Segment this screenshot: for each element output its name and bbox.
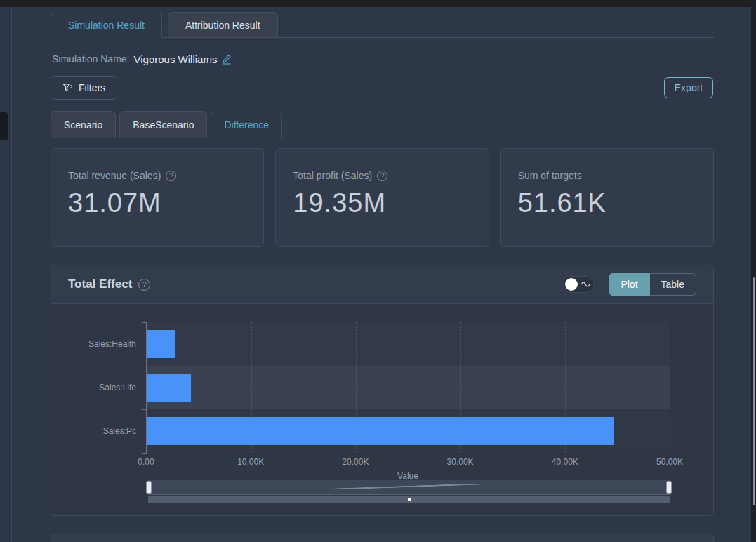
simulation-dashboard: { "colors": { "page_bg": "#2d3748", "acc… — [0, 0, 756, 542]
tab-label: Scenario — [64, 119, 102, 131]
export-button-label: Export — [675, 82, 703, 93]
toggle-knob[interactable] — [565, 278, 578, 291]
y-axis-category-label: Sales:Life — [52, 366, 136, 409]
stat-value: 19.35M — [293, 188, 471, 218]
simulation-name-value: Vigorous Williams — [134, 53, 218, 65]
chart-y-axis-labels: Sales:HealthSales:LifeSales:Pc — [51, 322, 141, 453]
datazoom-right-handle[interactable] — [666, 481, 672, 494]
help-icon[interactable]: ? — [166, 171, 176, 181]
x-axis-tick-label: 10.00K — [237, 457, 264, 467]
next-section-card — [51, 534, 714, 542]
chart-x-axis-labels: 0.0010.00K20.00K30.00K40.00K50.00K — [146, 457, 670, 467]
tab-scenario[interactable]: Scenario — [51, 111, 116, 138]
stat-label: Total profit (Sales) — [293, 170, 372, 181]
chart-mode-toggle[interactable] — [562, 276, 595, 293]
stat-card-total-profit: Total profit (Sales) ? 19.35M — [275, 148, 489, 247]
x-axis-tick-label: 0.00 — [138, 457, 154, 467]
tab-label: BaseScenario — [133, 119, 194, 131]
chart-bar[interactable] — [147, 330, 175, 358]
sidebar-divider — [11, 7, 12, 542]
datazoom-slider[interactable] — [148, 480, 670, 503]
help-icon[interactable]: ? — [377, 171, 387, 181]
chart-bar[interactable] — [147, 417, 614, 445]
tab-attribution-result[interactable]: Attribution Result — [168, 12, 278, 37]
stat-value: 31.07M — [68, 188, 246, 218]
stat-card-sum-of-targets: Sum of targets 51.61K — [500, 148, 714, 247]
simulation-name-label: Simulation Name: — [52, 53, 130, 65]
view-label: Table — [661, 279, 684, 290]
chart-bar[interactable] — [147, 374, 191, 402]
datazoom-selected-range[interactable] — [148, 480, 670, 495]
wave-icon — [581, 279, 590, 292]
datazoom-data-shadow — [150, 484, 665, 489]
datazoom-left-handle[interactable] — [146, 481, 152, 494]
scenario-tabs: Scenario BaseScenario Difference — [51, 111, 714, 138]
stat-cards: Total revenue (Sales) ? 31.07M Total pro… — [51, 148, 714, 247]
y-axis-tick — [142, 366, 147, 366]
export-button[interactable]: Export — [664, 77, 713, 98]
total-effect-header: Total Effect ? Plot Table — [51, 265, 713, 303]
y-axis-category-label: Sales:Health — [52, 322, 136, 366]
x-axis-tick-label: 30.00K — [447, 457, 474, 467]
top-window-bar — [0, 0, 751, 7]
datazoom-move-bar[interactable] — [148, 496, 670, 503]
tab-label: Simulation Result — [68, 20, 145, 31]
edit-pencil-icon[interactable] — [221, 54, 232, 65]
tab-label: Attribution Result — [185, 20, 260, 31]
y-axis-tick — [142, 322, 147, 323]
filter-icon — [62, 83, 73, 93]
total-effect-title: Total Effect — [68, 277, 132, 291]
view-table-button[interactable]: Table — [650, 273, 696, 296]
filters-button-label: Filters — [79, 82, 105, 93]
total-effect-card: Total Effect ? Plot Table — [51, 265, 714, 516]
chart-band — [147, 366, 670, 409]
tab-difference[interactable]: Difference — [211, 112, 282, 138]
view-plot-button[interactable]: Plot — [609, 273, 649, 296]
tab-basescenario[interactable]: BaseScenario — [119, 111, 207, 138]
stat-label: Sum of targets — [518, 170, 582, 181]
total-effect-chart: Sales:HealthSales:LifeSales:Pc 0.0010.00… — [51, 303, 713, 516]
stat-card-total-revenue: Total revenue (Sales) ? 31.07M — [51, 148, 264, 247]
x-axis-tick-label: 40.00K — [552, 457, 578, 467]
plot-area[interactable] — [146, 322, 670, 453]
view-switch: Plot Table — [609, 273, 696, 296]
stat-value: 51.61K — [518, 188, 696, 218]
y-axis-tick — [142, 453, 147, 454]
y-axis-tick — [142, 409, 147, 410]
help-icon[interactable]: ? — [138, 279, 150, 291]
y-axis-category-label: Sales:Pc — [52, 409, 136, 453]
filters-button[interactable]: Filters — [51, 76, 117, 100]
tab-simulation-result[interactable]: Simulation Result — [51, 13, 162, 38]
datazoom-grip-icon — [408, 498, 411, 501]
x-axis-tick-label: 20.00K — [342, 457, 369, 467]
sidebar-drawer-handle[interactable] — [0, 112, 8, 140]
result-tabs: Simulation Result Attribution Result — [51, 12, 714, 38]
page-scrollbar[interactable] — [751, 0, 756, 542]
stat-label: Total revenue (Sales) — [68, 170, 161, 181]
simulation-name-row: Simulation Name: Vigorous Williams — [52, 52, 232, 66]
page-scrollbar-thumb[interactable] — [753, 277, 755, 505]
x-axis-tick-label: 50.00K — [656, 457, 683, 467]
gridline — [670, 322, 670, 453]
chart-band — [147, 322, 670, 366]
tab-label: Difference — [224, 119, 269, 131]
view-label: Plot — [621, 279, 637, 290]
